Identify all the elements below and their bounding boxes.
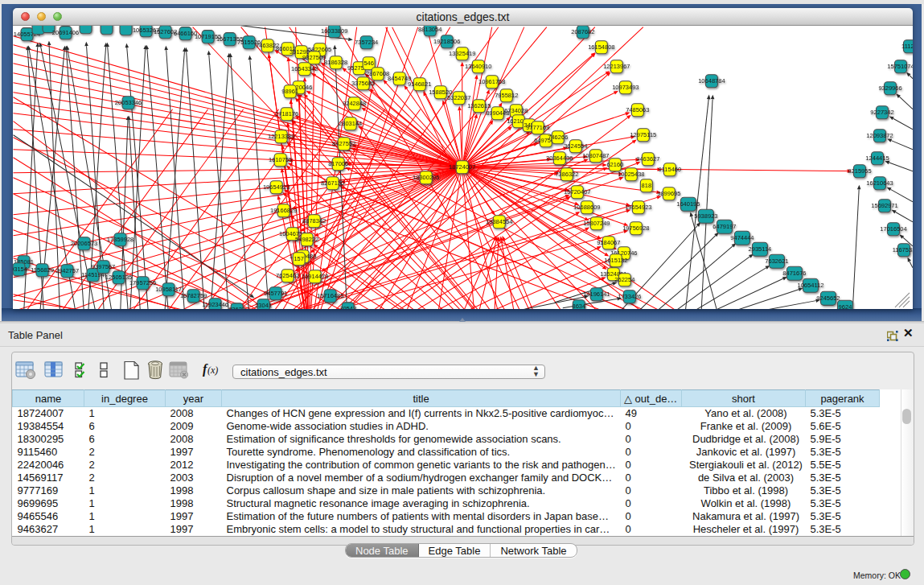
svg-text:19384554: 19384554: [486, 218, 512, 225]
svg-text:62160: 62160: [606, 161, 623, 168]
svg-text:6466160: 6466160: [174, 30, 197, 37]
svg-text:7357234: 7357234: [355, 39, 378, 46]
svg-text:2942757: 2942757: [55, 267, 79, 274]
svg-text:11123: 11123: [901, 43, 913, 50]
svg-text:1167533: 1167533: [893, 246, 913, 253]
svg-text:12213389: 12213389: [268, 133, 294, 140]
svg-text:70543: 70543: [339, 305, 356, 309]
svg-text:9115460: 9115460: [659, 166, 682, 173]
svg-text:93154: 93154: [13, 266, 27, 273]
svg-text:546: 546: [363, 60, 374, 67]
svg-text:7625402: 7625402: [276, 272, 299, 279]
svg-text:18724007: 18724007: [449, 163, 475, 171]
svg-text:12093872: 12093872: [866, 132, 893, 139]
svg-text:12975115: 12975115: [630, 131, 656, 138]
svg-text:19654923: 19654923: [625, 204, 651, 211]
svg-text:252254: 252254: [614, 276, 634, 283]
svg-text:20053346: 20053346: [115, 99, 142, 106]
svg-text:14196141: 14196141: [583, 290, 610, 298]
svg-text:8813054: 8813054: [418, 26, 441, 33]
svg-text:18300295: 18300295: [413, 174, 439, 181]
svg-text:10958117: 10958117: [155, 286, 182, 293]
svg-text:13640910: 13640910: [465, 63, 491, 70]
svg-text:10961758: 10961758: [478, 78, 505, 85]
svg-text:9397567: 9397567: [92, 263, 115, 270]
svg-text:2867608: 2867608: [366, 70, 389, 77]
svg-text:20691406: 20691406: [52, 29, 79, 36]
svg-text:7632621: 7632621: [765, 257, 788, 265]
svg-text:10025438: 10025438: [618, 171, 644, 178]
svg-text:9242848: 9242848: [343, 100, 366, 107]
svg-text:5498222: 5498222: [295, 236, 318, 243]
svg-text:19218506: 19218506: [433, 38, 460, 45]
svg-text:16154808: 16154808: [588, 43, 614, 51]
svg-text:6734028: 6734028: [504, 107, 528, 114]
svg-text:2087682: 2087682: [571, 28, 594, 35]
svg-text:8427552: 8427552: [332, 140, 355, 147]
svg-text:1362615: 1362615: [467, 102, 491, 109]
svg-text:16210643: 16210643: [866, 179, 893, 187]
svg-text:1733426: 1733426: [618, 293, 641, 300]
svg-text:9624: 9624: [839, 303, 852, 309]
svg-text:23041: 23041: [255, 302, 272, 309]
svg-text:10654112: 10654112: [798, 282, 824, 289]
svg-text:16782759: 16782759: [180, 292, 207, 299]
svg-text:12505135: 12505135: [105, 274, 132, 281]
svg-text:9899695: 9899695: [657, 190, 680, 197]
svg-text:10973493: 10973493: [612, 84, 639, 91]
svg-text:2935114: 2935114: [749, 245, 772, 253]
svg-text:818: 818: [642, 182, 652, 189]
svg-text:83622: 83622: [228, 306, 245, 309]
svg-text:6479197: 6479197: [713, 223, 736, 230]
svg-text:3375685: 3375685: [351, 80, 375, 87]
svg-text:11923446: 11923446: [202, 301, 228, 308]
svg-text:157: 157: [294, 255, 304, 262]
svg-text:7386322: 7386322: [555, 171, 578, 178]
svg-text:8186328: 8186328: [324, 59, 347, 66]
svg-text:1615132: 1615132: [604, 257, 627, 264]
svg-text:1640195: 1640195: [676, 200, 700, 208]
svg-text:2803144: 2803144: [339, 120, 362, 127]
svg-text:19166829: 19166829: [270, 207, 297, 214]
svg-text:8878342: 8878342: [302, 217, 326, 225]
svg-text:817006: 817006: [328, 160, 348, 167]
svg-text:9463627: 9463627: [636, 155, 659, 163]
svg-text:15751074: 15751074: [887, 63, 913, 70]
svg-text:9329966: 9329966: [878, 84, 901, 92]
svg-text:1244415: 1244415: [865, 154, 889, 162]
svg-text:9327509: 9327509: [302, 54, 326, 61]
svg-text:16543342: 16543342: [291, 65, 318, 72]
svg-text:746266: 746266: [548, 134, 568, 141]
svg-text:10688609: 10688609: [573, 204, 600, 211]
svg-text:10807487: 10807487: [582, 152, 609, 159]
svg-text:20364436: 20364436: [546, 154, 573, 162]
svg-text:(x): (x): [207, 365, 218, 376]
svg-text:1610755: 1610755: [269, 156, 292, 163]
svg-text:5938923: 5938923: [694, 212, 717, 220]
svg-text:16033809: 16033809: [321, 27, 347, 35]
svg-text:15720407: 15720407: [564, 188, 590, 196]
svg-text:12213967: 12213967: [603, 63, 630, 70]
svg-text:17016504: 17016504: [880, 225, 906, 233]
svg-text:8215955: 8215955: [848, 167, 871, 175]
svg-text:9777169: 9777169: [526, 124, 549, 131]
svg-text:9146821: 9146821: [408, 80, 431, 88]
svg-text:10648784: 10648784: [698, 77, 725, 84]
svg-text:9227342: 9227342: [870, 109, 893, 116]
svg-text:13325419: 13325419: [449, 50, 475, 57]
svg-text:20206573: 20206573: [71, 240, 97, 247]
svg-text:9474444: 9474444: [730, 234, 754, 241]
svg-text:17957255: 17957255: [129, 279, 156, 286]
svg-text:3624554: 3624554: [564, 142, 587, 150]
svg-text:8471676: 8471676: [782, 270, 806, 277]
svg-text:7485063: 7485063: [626, 106, 649, 113]
svg-text:8267130: 8267130: [321, 179, 344, 187]
svg-text:9184067: 9184067: [597, 239, 620, 246]
svg-text:9245652: 9245652: [816, 295, 840, 302]
svg-text:15716485: 15716485: [317, 292, 343, 299]
svg-text:98961: 98961: [281, 88, 298, 95]
svg-text:16914479: 16914479: [302, 273, 328, 280]
svg-text:9457791: 9457791: [264, 290, 287, 297]
svg-text:15692971: 15692971: [871, 202, 897, 209]
svg-text:17359928: 17359928: [107, 236, 133, 243]
